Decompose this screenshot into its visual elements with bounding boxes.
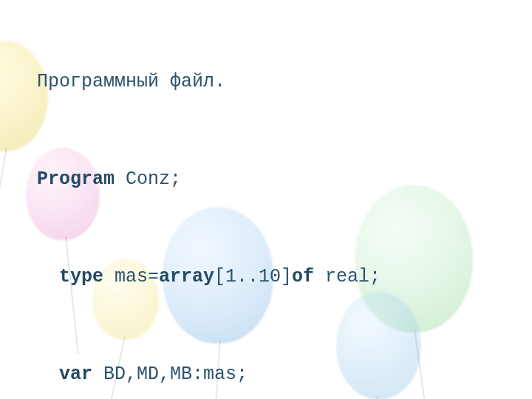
code-line-1: Program Conz; <box>0 166 525 193</box>
slide-title: Программный файл. <box>0 68 525 95</box>
code-text: [1..10] <box>214 266 292 287</box>
code-line-2: type mas=array[1..10]of real; <box>0 263 525 290</box>
keyword-program: Program <box>37 168 115 190</box>
code-text: mas= <box>103 266 159 287</box>
code-block: Программный файл. Program Conz; type mas… <box>0 0 532 399</box>
code-text: real; <box>314 266 381 287</box>
code-text: BD,MD,MB:mas; <box>92 364 248 385</box>
keyword-type: type <box>59 266 103 287</box>
code-text: Conz; <box>115 168 181 190</box>
keyword-array: array <box>159 266 214 287</box>
keyword-of: of <box>292 266 314 287</box>
keyword-var: var <box>59 364 92 385</box>
code-line-3: var BD,MD,MB:mas; <box>0 361 525 388</box>
